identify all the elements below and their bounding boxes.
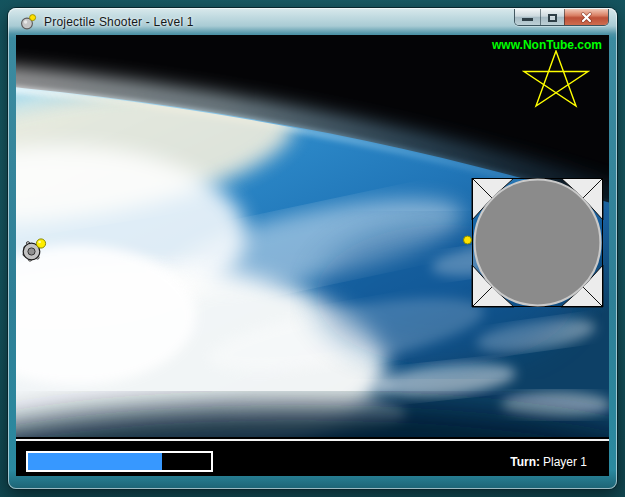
status-bar: Turn:Player 1 — [16, 441, 609, 476]
maximize-icon — [548, 14, 557, 22]
window-controls — [514, 9, 609, 26]
target-circle[interactable] — [456, 178, 606, 308]
maximize-button[interactable] — [540, 9, 564, 25]
app-window: Projectile Shooter - Level 1 — [8, 8, 617, 489]
bomb-shooter-icon[interactable] — [21, 235, 51, 265]
star-outline-icon — [522, 50, 590, 108]
turn-value: Player 1 — [543, 455, 587, 469]
desktop: { "window": { "title": "Projectile Shoot… — [0, 0, 625, 497]
power-progress-bar — [26, 451, 213, 472]
game-client-area[interactable]: www.NonTube.com — [16, 35, 609, 476]
projectile-dot — [464, 236, 472, 244]
close-icon — [580, 11, 593, 24]
minimize-icon — [522, 18, 533, 21]
close-button[interactable] — [564, 9, 608, 25]
turn-label: Turn: — [510, 455, 540, 469]
turn-indicator: Turn:Player 1 — [510, 455, 587, 469]
loaded-projectile-dot — [36, 239, 45, 248]
window-title: Projectile Shooter - Level 1 — [44, 15, 194, 29]
bomb-icon — [20, 13, 38, 31]
minimize-button[interactable] — [515, 9, 540, 25]
progress-fill — [28, 453, 162, 470]
